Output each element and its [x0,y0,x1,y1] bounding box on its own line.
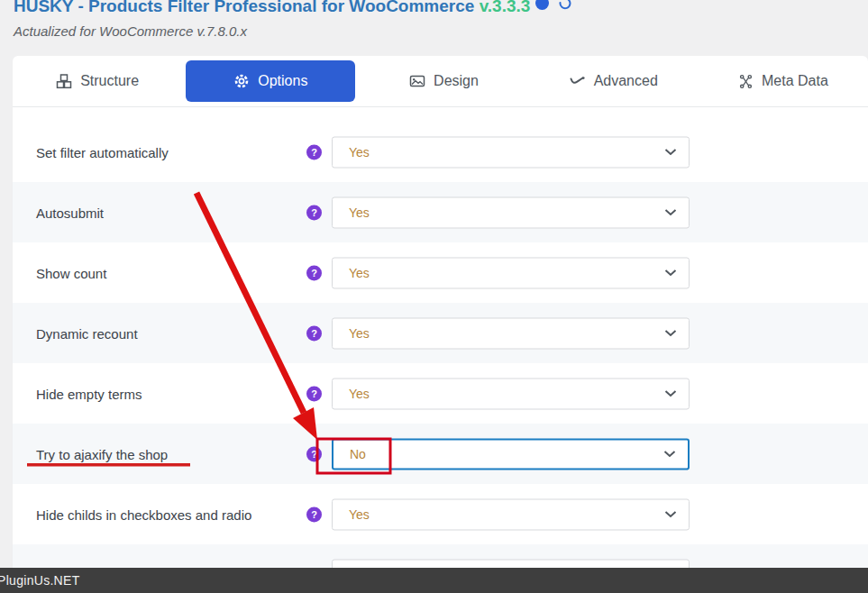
cubes-icon [56,74,72,89]
setting-select[interactable]: Yes [332,257,690,288]
select-value: Yes [349,507,370,522]
setting-label: Set filter automatically [36,144,169,160]
help-icon[interactable]: ? [306,386,322,401]
setting-select[interactable]: Yes [332,317,690,349]
setting-select[interactable]: Yes [332,498,690,530]
tab-design[interactable]: Design [359,56,528,106]
settings-card: Structure Options Design Advanced [13,56,868,593]
chevron-down-icon [664,269,677,277]
help-icon[interactable]: ? [306,506,322,522]
page-subtitle: Actualized for WooCommerce v.7.8.0.x [14,23,868,39]
chevron-down-icon [664,390,677,397]
chevron-down-icon [664,149,677,156]
settings-row-dynamic-recount: Dynamic recount ? Yes [13,303,868,363]
select-value: Yes [349,326,370,341]
title-icons [535,0,571,12]
setting-label: Hide childs in checkboxes and radio [36,506,251,522]
tab-label: Meta Data [762,73,828,89]
setting-select[interactable]: No [332,438,690,470]
tab-label: Options [258,73,307,89]
chevron-down-icon [664,330,677,337]
image-icon [409,74,425,88]
settings-row-try-to-ajaxify-the-shop: Try to ajaxify the shop ? No [13,424,868,484]
footer-brand: PluginUs.NET [0,573,80,588]
select-value: Yes [349,145,370,160]
tab-bar: Structure Options Design Advanced [13,56,868,107]
settings-row-set-filter-automatically: Set filter automatically ? Yes [13,122,868,182]
chevron-down-icon [664,209,677,216]
version-badge: v.3.3.3 [480,0,531,15]
settings-rows: Set filter automatically ? Yes Autosubmi… [13,107,868,593]
select-value: No [350,447,366,461]
chevron-down-icon [663,451,676,458]
help-icon[interactable]: ? [306,144,322,160]
tab-label: Advanced [594,73,658,89]
tab-label: Design [434,73,479,89]
help-icon[interactable]: ? [306,265,322,280]
setting-select[interactable]: Yes [332,378,690,409]
help-icon[interactable]: ? [306,325,322,341]
setting-label: Dynamic recount [36,325,138,341]
nodes-icon [738,74,754,89]
chevron-down-icon [664,511,677,518]
setting-select[interactable]: Yes [332,136,690,168]
refresh-icon[interactable] [557,0,571,11]
settings-row-hide-childs: Hide childs in checkboxes and radio ? Ye… [13,484,868,544]
select-value: Yes [349,205,370,220]
select-value: Yes [349,266,370,280]
tab-meta-data[interactable]: Meta Data [699,56,868,106]
footer-bar: PluginUs.NET [0,568,868,593]
setting-select[interactable]: Yes [332,196,690,228]
help-icon[interactable]: ? [306,205,322,220]
setting-label: Show count [36,265,106,280]
settings-row-hide-empty-terms: Hide empty terms ? Yes [13,363,868,424]
tab-label: Structure [80,73,139,89]
tab-advanced[interactable]: Advanced [529,56,699,106]
check-swoosh-icon [570,76,586,87]
tab-options[interactable]: Options [186,60,355,102]
gear-icon [233,73,250,89]
help-icon[interactable]: ? [306,446,322,461]
page-title: HUSKY - Products Filter Professional for… [14,0,868,15]
setting-label: Hide empty terms [36,386,142,401]
setting-label: Try to ajaxify the shop [36,446,168,461]
plugin-title: HUSKY - Products Filter Professional for… [14,0,474,15]
settings-row-autosubmit: Autosubmit ? Yes [13,182,868,242]
tab-structure[interactable]: Structure [13,56,182,106]
select-value: Yes [349,387,370,401]
setting-label: Autosubmit [36,205,104,220]
page-header: HUSKY - Products Filter Professional for… [0,0,868,39]
settings-row-show-count: Show count ? Yes [13,242,868,303]
blue-dot-icon [535,0,549,10]
